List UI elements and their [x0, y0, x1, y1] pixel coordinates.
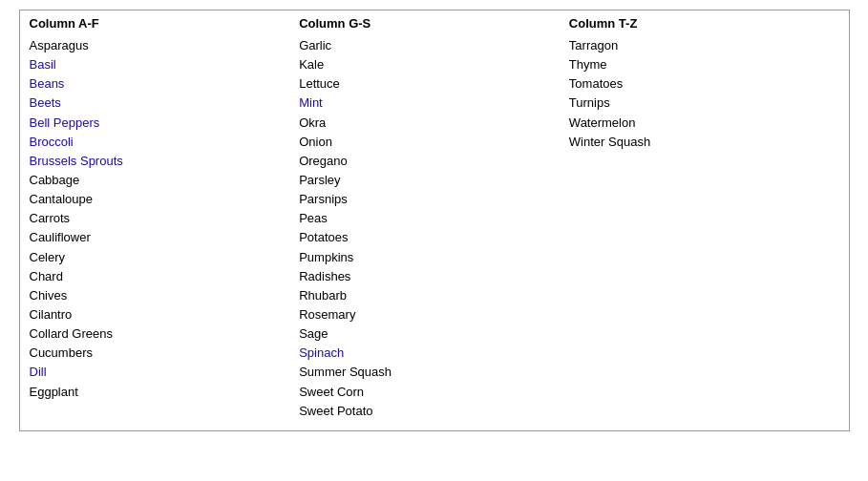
list-item: Dill: [30, 363, 290, 382]
column-header-2: Column T-Z: [569, 16, 830, 31]
main-table: Column A-FAsparagusBasilBeansBeetsBell P…: [19, 10, 850, 431]
list-item: Tarragon: [569, 36, 830, 55]
list-item: Thyme: [569, 55, 830, 74]
list-item: Sage: [299, 324, 560, 344]
list-item: Parsley: [299, 171, 560, 190]
list-item: Pumpkins: [299, 248, 560, 267]
list-item: Turnips: [569, 94, 830, 113]
list-item: Eggplant: [30, 383, 290, 402]
list-item: Spinach: [299, 344, 560, 363]
column-header-1: Column G-S: [299, 16, 560, 31]
column-header-0: Column A-F: [30, 16, 290, 31]
list-item: Garlic: [299, 36, 560, 55]
list-item: Brussels Sprouts: [30, 152, 290, 171]
list-item: Cilantro: [30, 305, 290, 324]
list-item: Sweet Corn: [299, 383, 560, 402]
list-item: Summer Squash: [299, 363, 560, 382]
list-item: Basil: [30, 55, 290, 74]
list-item: Potatoes: [299, 228, 560, 247]
list-item: Rosemary: [299, 305, 560, 324]
column-2: Column T-ZTarragonThymeTomatoesTurnipsWa…: [569, 16, 839, 421]
list-item: Winter Squash: [569, 133, 830, 152]
list-item: Tomatoes: [569, 74, 830, 94]
list-item: Parsnips: [299, 190, 560, 209]
list-item: Peas: [299, 209, 560, 228]
list-item: Celery: [30, 248, 290, 267]
columns-wrapper: Column A-FAsparagusBasilBeansBeetsBell P…: [30, 16, 839, 421]
list-item: Watermelon: [569, 114, 830, 133]
list-item: Chard: [30, 267, 290, 286]
list-item: Collard Greens: [30, 324, 290, 344]
list-item: Carrots: [30, 209, 290, 228]
list-item: Rhubarb: [299, 286, 560, 305]
list-item: Bell Peppers: [30, 114, 290, 133]
column-0: Column A-FAsparagusBasilBeansBeetsBell P…: [30, 16, 300, 421]
list-item: Beans: [30, 74, 290, 94]
list-item: Okra: [299, 114, 560, 133]
list-item: Lettuce: [299, 74, 560, 94]
list-item: Sweet Potato: [299, 402, 560, 421]
list-item: Radishes: [299, 267, 560, 286]
column-1: Column G-SGarlicKaleLettuceMintOkraOnion…: [299, 16, 569, 421]
list-item: Cantaloupe: [30, 190, 290, 209]
list-item: Cabbage: [30, 171, 290, 190]
list-item: Asparagus: [30, 36, 290, 55]
list-item: Chives: [30, 286, 290, 305]
list-item: Beets: [30, 94, 290, 113]
list-item: Cucumbers: [30, 344, 290, 363]
list-item: Onion: [299, 133, 560, 152]
list-item: Broccoli: [30, 133, 290, 152]
list-item: Oregano: [299, 152, 560, 171]
list-item: Cauliflower: [30, 228, 290, 247]
list-item: Kale: [299, 55, 560, 74]
list-item: Mint: [299, 94, 560, 113]
